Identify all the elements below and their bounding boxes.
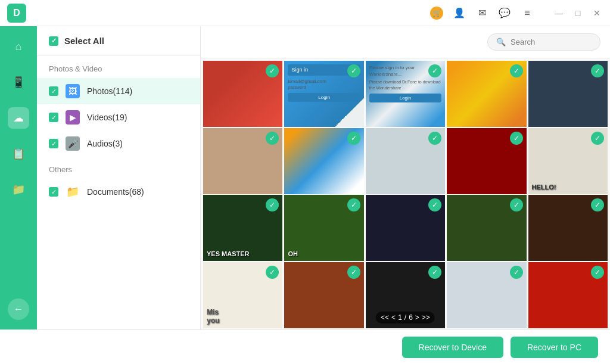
audios-checkbox[interactable]: ✓ bbox=[49, 139, 58, 148]
photo-check[interactable]: ✓ bbox=[347, 198, 360, 211]
page-next[interactable]: > bbox=[415, 313, 419, 322]
documents-label: Documents(68) bbox=[87, 187, 144, 197]
photo-item[interactable]: ✓ bbox=[203, 61, 282, 127]
photo-check[interactable]: ✓ bbox=[266, 266, 279, 279]
photos-icon: 🖼 bbox=[66, 84, 80, 98]
recover-to-pc-button[interactable]: Recover to PC bbox=[511, 337, 598, 358]
page-current: 1 bbox=[398, 313, 402, 322]
search-icon: 🔍 bbox=[496, 38, 506, 46]
photo-item[interactable]: ✓ bbox=[447, 61, 526, 127]
documents-icon: 📁 bbox=[66, 185, 80, 199]
photo-item[interactable]: ✓ bbox=[366, 195, 445, 261]
page-prev[interactable]: < bbox=[391, 313, 396, 322]
audios-icon: 🎤 bbox=[66, 136, 80, 151]
photo-label: Misyou bbox=[207, 308, 219, 325]
page-last[interactable]: >> bbox=[422, 313, 430, 322]
photo-item[interactable]: ✓ bbox=[528, 262, 608, 328]
nav-device[interactable]: 📱 bbox=[8, 71, 29, 93]
select-all-label: Select All bbox=[64, 36, 104, 46]
photo-check[interactable]: ✓ bbox=[347, 132, 360, 145]
title-bar-icons: 🛒 👤 ✉ 💬 ≡ — □ ✕ bbox=[430, 7, 603, 20]
photo-label: OH bbox=[288, 250, 298, 257]
photo-check[interactable]: ✓ bbox=[266, 64, 279, 77]
sidebar-item-videos[interactable]: ✓ ▶ Videos(19) bbox=[37, 104, 200, 130]
close-button[interactable]: ✕ bbox=[591, 7, 603, 19]
nav-home[interactable]: ⌂ bbox=[8, 36, 29, 57]
photo-item[interactable]: ✓ bbox=[366, 128, 445, 194]
photo-label: HELLO! bbox=[532, 183, 556, 191]
back-button[interactable]: ← bbox=[8, 298, 29, 320]
photo-item[interactable]: ✓ bbox=[447, 128, 526, 194]
window-controls: — □ ✕ bbox=[553, 7, 603, 19]
nav-bar: ⌂ 📱 ☁ 📋 📁 ← bbox=[0, 26, 37, 329]
photos-checkbox[interactable]: ✓ bbox=[49, 86, 58, 96]
photo-check[interactable]: ✓ bbox=[266, 198, 279, 211]
nav-folder[interactable]: 📁 bbox=[8, 179, 29, 200]
photo-item[interactable]: Misyou ✓ bbox=[203, 262, 282, 328]
documents-checkbox[interactable]: ✓ bbox=[49, 187, 58, 197]
photo-check[interactable]: ✓ bbox=[591, 132, 604, 145]
photo-check[interactable]: ✓ bbox=[591, 64, 604, 77]
content-area: 🔍 ✓ Sign in Email@gmail.com password Log… bbox=[201, 26, 610, 329]
photo-check[interactable]: ✓ bbox=[510, 132, 523, 145]
photo-check[interactable]: ✓ bbox=[510, 64, 523, 77]
title-bar-left: D bbox=[7, 4, 26, 23]
photo-check[interactable]: ✓ bbox=[591, 198, 604, 211]
sidebar-item-documents[interactable]: ✓ 📁 Documents(68) bbox=[37, 179, 200, 205]
photo-item[interactable]: ✓ bbox=[447, 262, 526, 328]
photo-check[interactable]: ✓ bbox=[428, 132, 441, 145]
sidebar-item-audios[interactable]: ✓ 🎤 Audios(3) bbox=[37, 130, 200, 157]
photo-item[interactable]: Sign in Email@gmail.com password Login ✓ bbox=[284, 61, 363, 127]
section-title-photos-video: Photos & Video bbox=[37, 56, 200, 78]
nav-backup[interactable]: ☁ bbox=[8, 107, 29, 129]
photo-item[interactable]: ✓ bbox=[203, 128, 282, 194]
photo-item[interactable]: ✓ bbox=[447, 195, 526, 261]
nav-restore[interactable]: 📋 bbox=[8, 143, 29, 164]
videos-checkbox[interactable]: ✓ bbox=[49, 113, 58, 122]
photo-item[interactable]: Please sign in to your Wondershare... Pl… bbox=[366, 61, 445, 127]
photo-check[interactable]: ✓ bbox=[510, 198, 523, 211]
videos-label: Videos(19) bbox=[87, 113, 127, 122]
photo-check[interactable]: ✓ bbox=[266, 132, 279, 145]
content-toolbar: 🔍 bbox=[201, 26, 610, 58]
page-total: 6 bbox=[409, 313, 413, 322]
recover-to-device-button[interactable]: Recover to Device bbox=[402, 337, 503, 358]
sidebar: ✓ Select All Photos & Video ✓ 🖼 Photos(1… bbox=[37, 26, 201, 329]
photo-item[interactable]: ✓ bbox=[284, 128, 363, 194]
photo-check[interactable]: ✓ bbox=[591, 266, 604, 279]
photo-check[interactable]: ✓ bbox=[510, 266, 523, 279]
photo-check[interactable]: ✓ bbox=[347, 266, 360, 279]
photo-item[interactable]: ✓ bbox=[528, 61, 608, 127]
page-separator: / bbox=[404, 313, 406, 322]
photo-item[interactable]: HELLO! ✓ bbox=[528, 128, 608, 194]
app-logo: D bbox=[7, 4, 26, 23]
photo-item[interactable]: OH ✓ bbox=[284, 195, 363, 261]
main-layout: ⌂ 📱 ☁ 📋 📁 ← ✓ Select All Photos & Video … bbox=[0, 26, 610, 329]
section-title-others: Others bbox=[37, 157, 200, 179]
videos-icon: ▶ bbox=[66, 110, 80, 125]
menu-icon[interactable]: ≡ bbox=[521, 7, 534, 20]
photo-check[interactable]: ✓ bbox=[428, 266, 441, 279]
photo-item[interactable]: ✓ << < 1 / 6 > >> bbox=[366, 262, 445, 328]
select-all-checkbox[interactable]: ✓ bbox=[49, 36, 58, 46]
photo-check[interactable]: ✓ bbox=[347, 64, 360, 77]
photo-item[interactable]: ✓ bbox=[284, 262, 363, 328]
user-icon[interactable]: 👤 bbox=[453, 7, 466, 20]
cart-icon[interactable]: 🛒 bbox=[430, 7, 443, 20]
search-box[interactable]: 🔍 bbox=[487, 33, 600, 51]
photo-check[interactable]: ✓ bbox=[428, 198, 441, 211]
search-input[interactable] bbox=[511, 38, 592, 46]
maximize-button[interactable]: □ bbox=[572, 7, 584, 19]
photo-grid: ✓ Sign in Email@gmail.com password Login… bbox=[201, 58, 610, 329]
mail-icon[interactable]: ✉ bbox=[475, 7, 488, 20]
page-first[interactable]: << bbox=[381, 313, 389, 322]
photo-item[interactable]: YES MASTER ✓ bbox=[203, 195, 282, 261]
chat-icon[interactable]: 💬 bbox=[498, 7, 511, 20]
photo-item[interactable]: ✓ bbox=[528, 195, 608, 261]
audios-label: Audios(3) bbox=[87, 139, 123, 148]
select-all-row[interactable]: ✓ Select All bbox=[37, 26, 200, 56]
photo-label: YES MASTER bbox=[207, 250, 250, 257]
minimize-button[interactable]: — bbox=[553, 7, 565, 19]
sidebar-item-photos[interactable]: ✓ 🖼 Photos(114) bbox=[37, 78, 200, 104]
bottom-bar: Recover to Device Recover to PC bbox=[0, 329, 610, 364]
